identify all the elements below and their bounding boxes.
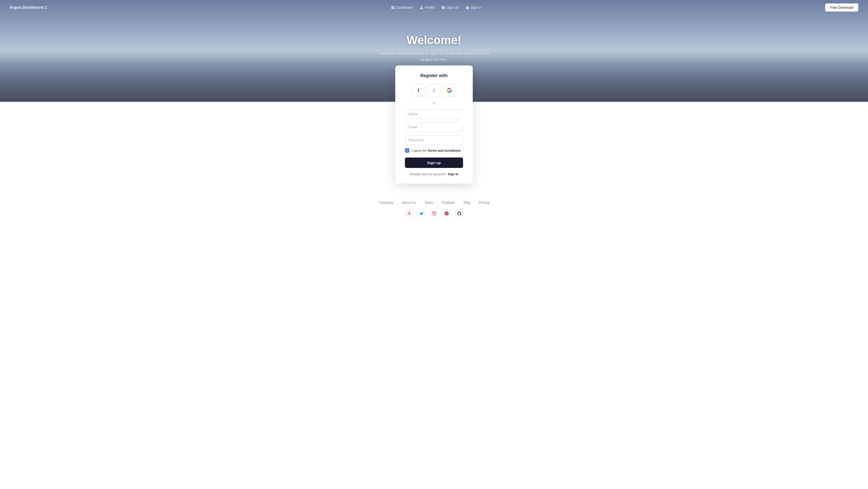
signup-icon bbox=[441, 6, 445, 9]
dribbble-button[interactable] bbox=[405, 209, 413, 218]
facebook-register-button[interactable]: f bbox=[412, 84, 425, 97]
signup-button[interactable]: Sign up bbox=[405, 157, 463, 168]
terms-text: I agree the Terms and Conditions bbox=[412, 149, 461, 152]
apple-register-button[interactable]:  bbox=[428, 84, 440, 97]
facebook-icon: f bbox=[418, 88, 420, 93]
apple-icon:  bbox=[433, 88, 435, 93]
footer-link-team[interactable]: Team bbox=[425, 201, 433, 204]
instagram-icon bbox=[432, 211, 436, 215]
terms-row: I agree the Terms and Conditions bbox=[405, 148, 463, 153]
footer: Company About Us Team Products Blog Pric… bbox=[0, 193, 868, 223]
terms-checkbox[interactable] bbox=[405, 148, 409, 153]
signin-link[interactable]: Sign in bbox=[448, 172, 458, 176]
hero-subtitle: Use these awesome forms to login or crea… bbox=[0, 50, 868, 62]
or-divider: or bbox=[405, 101, 463, 105]
dashboard-icon bbox=[391, 6, 395, 9]
twitter-icon bbox=[420, 211, 423, 215]
register-card: Register with f  or bbox=[395, 65, 473, 184]
google-register-button[interactable] bbox=[443, 84, 456, 97]
footer-link-products[interactable]: Products bbox=[441, 201, 455, 204]
nav-links: Dashboard Profile Sign Up Sign In bbox=[391, 6, 482, 9]
nav-link-signup[interactable]: Sign Up bbox=[441, 6, 459, 9]
footer-links: Company About Us Team Products Blog Pric… bbox=[378, 201, 490, 204]
github-icon bbox=[457, 211, 461, 215]
github-button[interactable] bbox=[455, 209, 463, 218]
footer-link-company[interactable]: Company bbox=[378, 201, 393, 204]
free-download-button[interactable]: Free Download bbox=[825, 3, 858, 11]
brand-name: Argon Dashboard 2 bbox=[10, 5, 47, 10]
hero-content: Welcome! Use these awesome forms to logi… bbox=[0, 33, 868, 62]
email-input[interactable] bbox=[405, 122, 463, 132]
twitter-button[interactable] bbox=[417, 209, 426, 218]
nav-link-profile[interactable]: Profile bbox=[420, 6, 434, 9]
profile-icon bbox=[420, 6, 423, 9]
pinterest-icon bbox=[445, 211, 448, 215]
footer-social-icons bbox=[405, 209, 463, 218]
pinterest-button[interactable] bbox=[442, 209, 451, 218]
google-icon bbox=[447, 88, 452, 93]
already-account-row: Already have an account? Sign in bbox=[405, 172, 463, 176]
terms-link[interactable]: Terms and Conditions bbox=[428, 149, 461, 152]
main-content: Register with f  or bbox=[0, 102, 868, 232]
register-card-title: Register with bbox=[405, 73, 463, 78]
nav-link-signin[interactable]: Sign In bbox=[465, 6, 482, 9]
instagram-button[interactable] bbox=[430, 209, 438, 218]
navbar: Argon Dashboard 2 Dashboard Profile Sign… bbox=[0, 0, 868, 15]
social-buttons-group: f  bbox=[405, 84, 463, 97]
footer-link-pricing[interactable]: Pricing bbox=[479, 201, 490, 204]
signin-icon bbox=[465, 6, 469, 9]
hero-title: Welcome! bbox=[0, 33, 868, 47]
password-input[interactable] bbox=[405, 135, 463, 145]
name-input[interactable] bbox=[405, 109, 463, 119]
dribbble-icon bbox=[407, 211, 411, 215]
footer-link-blog[interactable]: Blog bbox=[464, 201, 470, 204]
nav-link-dashboard[interactable]: Dashboard bbox=[391, 6, 413, 9]
footer-link-about-us[interactable]: About Us bbox=[402, 201, 416, 204]
check-icon bbox=[406, 149, 409, 152]
